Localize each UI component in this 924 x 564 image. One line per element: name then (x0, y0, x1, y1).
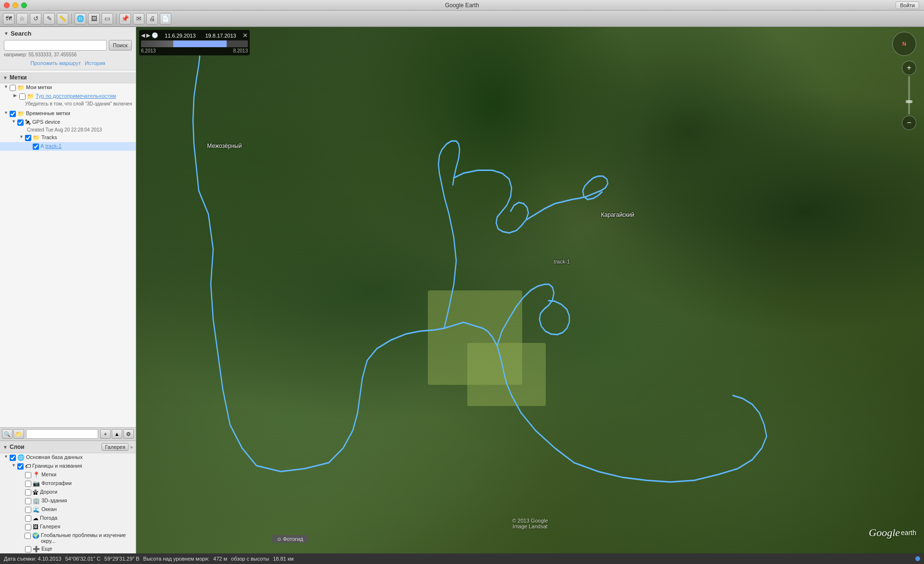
expand-arrow-tour: ▶ (13, 93, 18, 98)
layer-1-label: Границы и названия (32, 463, 82, 469)
ts-end-date: 19.8.17.2013 (205, 33, 236, 39)
status-lon: 59°29′31.29″ В (104, 556, 140, 562)
search-header: ▼ Search (4, 30, 132, 37)
layer-0-checkbox[interactable] (10, 455, 16, 461)
gps-icon: 🛰 (25, 119, 31, 126)
layer-item-9[interactable]: ▶ 🌍 Глобальные проблемы и изучение окру.… (0, 531, 136, 545)
track1-label[interactable]: track-1 (45, 143, 62, 149)
tree-item-gps[interactable]: ▼ 🛰 GPS device (0, 118, 136, 127)
compass[interactable]: N (892, 32, 916, 56)
layer-2-checkbox[interactable] (25, 472, 31, 478)
toolbar-edit-btn[interactable]: ✎ (43, 13, 55, 25)
ts-back-btn[interactable]: ◀ (141, 32, 145, 39)
toolbar: 🗺 ☆ ↺ ✎ 📏 🌐 🖼 ▭ 📌 ✉ 🖨 📄 (0, 11, 924, 27)
metki-collapse-icon[interactable]: ▼ (3, 75, 8, 80)
lb-folder-btn[interactable]: 📁 (13, 429, 24, 439)
toolbar-doc-btn[interactable]: 📄 (160, 13, 171, 25)
toolbar-email-btn[interactable]: ✉ (133, 13, 144, 25)
layer-item-10[interactable]: ▶ ➕ Еще (0, 545, 136, 553)
layer-6-checkbox[interactable] (25, 507, 31, 513)
layer-item-5[interactable]: ▶ 🏢 3D-здания (0, 497, 136, 505)
tree-item-track1[interactable]: A track-1 (0, 142, 136, 151)
tracks-checkbox[interactable] (25, 135, 31, 141)
toolbar-star-btn[interactable]: ☆ (16, 13, 28, 25)
search-collapse-icon[interactable]: ▼ (4, 31, 9, 36)
lb-up-btn[interactable]: ▲ (112, 429, 122, 439)
close-button[interactable] (4, 2, 10, 8)
ts-clock-btn[interactable]: 🕐 (152, 32, 158, 39)
zoom-slider[interactable] (908, 76, 910, 115)
ts-close-btn[interactable]: ✕ (243, 32, 248, 39)
my-metki-checkbox[interactable] (10, 85, 16, 91)
toolbar-pin-btn[interactable]: 📌 (119, 13, 131, 25)
expand-arrow-temp: ▼ (4, 110, 9, 115)
zoom-control: + − (902, 61, 916, 130)
fotogid-tab[interactable]: ⊙ Фотогид (272, 535, 308, 543)
search-button[interactable]: Поиск (109, 40, 132, 51)
left-bottom-toolbar: 🔍 📁 + ▲ ⚙ (0, 427, 136, 441)
tour-sublabel: Убедитесь в том, что слой "3D-здания" вк… (0, 101, 136, 107)
login-button[interactable]: Войти (896, 1, 919, 9)
layer-4-checkbox[interactable] (25, 489, 31, 496)
ge-google-text: Google (869, 526, 900, 539)
copyright-line1: © 2013 Google (512, 518, 548, 524)
tree-item-my-metki[interactable]: ▼ 📁 Мои метки (0, 83, 136, 92)
ts-start-date: 11.6.29.2013 (165, 33, 195, 39)
ge-earth-text: earth (901, 529, 916, 537)
zoom-in-btn[interactable]: + (902, 61, 916, 75)
zoom-out-btn[interactable]: − (902, 116, 916, 130)
toolbar-globe-btn[interactable]: 🌐 (75, 13, 86, 25)
layer-7-checkbox[interactable] (25, 515, 31, 522)
layer-9-checkbox[interactable] (25, 533, 31, 539)
toolbar-refresh-btn[interactable]: ↺ (30, 13, 41, 25)
map-area[interactable]: Межозёрный Карагайский track-1 ◀ ▶ 🕐 11.… (136, 27, 924, 553)
toolbar-print-btn[interactable]: 🖨 (146, 13, 158, 25)
expand-arrow: ▼ (4, 84, 9, 89)
layer-item-7[interactable]: ▶ ☁ Погода (0, 514, 136, 523)
tracks-icon: 📁 (33, 134, 40, 141)
layer-item-6[interactable]: ▶ 🌊 Океан (0, 505, 136, 514)
tree-item-temp[interactable]: ▼ 📁 Временные метки (0, 109, 136, 118)
temp-checkbox[interactable] (10, 111, 16, 117)
layer-5-checkbox[interactable] (25, 498, 31, 504)
layer-8-checkbox[interactable] (25, 524, 31, 530)
zoom-handle (906, 100, 912, 103)
tree-item-tour[interactable]: ▶ 📁 Тур по достопримечательностям (0, 92, 136, 101)
ts-track[interactable] (141, 40, 248, 47)
track1-icon: A (40, 143, 44, 149)
statusbar: Дата съемки: 4.10.2013 54°06′32.01″ С 59… (0, 553, 924, 564)
maximize-button[interactable] (21, 2, 27, 8)
tour-link-label[interactable]: Тур по достопримечательностям (36, 93, 116, 99)
lb-add-btn[interactable]: + (100, 429, 111, 439)
tree-item-tracks[interactable]: ▼ 📁 Tracks (0, 133, 136, 142)
toolbar-polygon-btn[interactable]: ▭ (102, 13, 113, 25)
route-link[interactable]: Проложить маршрут (30, 60, 81, 66)
layer-item-4[interactable]: ▶ 🛣 Дороги (0, 488, 136, 497)
search-input[interactable] (4, 40, 107, 51)
layer-item-2[interactable]: ▶ 📍 Метки (0, 471, 136, 479)
toolbar-measure-btn[interactable]: 📏 (57, 13, 68, 25)
layer-item-1[interactable]: ▼ 🏷 Границы и названия (0, 462, 136, 471)
layers-gallery-button[interactable]: Галерея (102, 443, 128, 451)
minimize-button[interactable] (13, 2, 18, 8)
layer-item-3[interactable]: ▶ 📷 Фотографии (0, 479, 136, 488)
track1-checkbox[interactable] (33, 144, 39, 150)
lb-settings-btn[interactable]: ⚙ (123, 429, 134, 439)
left-search-input[interactable] (26, 429, 98, 439)
layer-3-checkbox[interactable] (25, 481, 31, 487)
ts-fill (141, 40, 248, 47)
layer-item-8[interactable]: ▶ 🖼 Галерея (0, 523, 136, 531)
layers-list: ▼ 🌐 Основная база данных ▼ 🏷 Границы и н… (0, 453, 136, 553)
layer-1-checkbox[interactable] (17, 463, 24, 470)
layer-10-checkbox[interactable] (25, 546, 31, 552)
layer-item-0[interactable]: ▼ 🌐 Основная база данных (0, 453, 136, 462)
history-link[interactable]: История (85, 60, 105, 66)
titlebar: Google Earth Войти (0, 0, 924, 11)
lb-search-btn[interactable]: 🔍 (2, 429, 13, 439)
toolbar-map-btn[interactable]: 🗺 (3, 13, 14, 25)
tour-checkbox[interactable] (19, 93, 26, 100)
ts-forward-btn[interactable]: ▶ (146, 32, 150, 39)
gps-checkbox[interactable] (17, 119, 24, 126)
toolbar-image-btn[interactable]: 🖼 (88, 13, 100, 25)
layers-collapse-icon[interactable]: ▼ (3, 445, 8, 450)
